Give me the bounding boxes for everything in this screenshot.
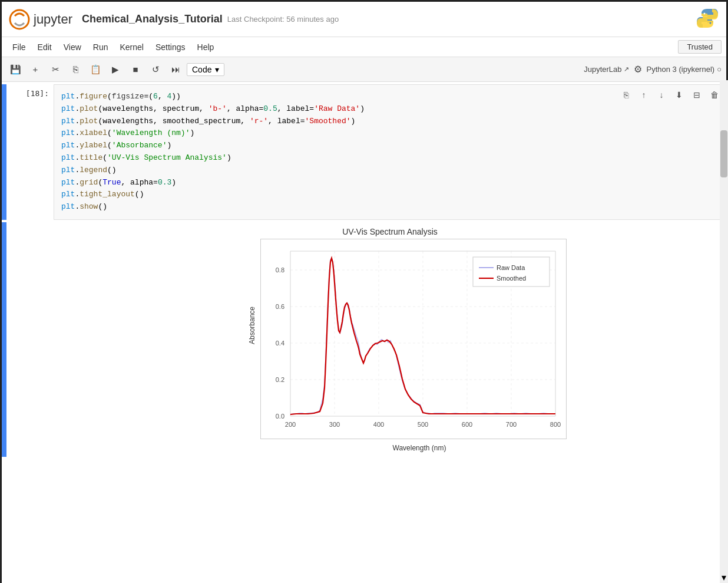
code-editor[interactable]: plt.figure(figsize=(6, 4)) plt.plot(wave… bbox=[54, 85, 726, 219]
cell-code-content[interactable]: ⎘ ↑ ↓ ⬇ ⊟ 🗑 plt.figure(figsize=(6, 4)) p… bbox=[54, 84, 726, 220]
scrollbar-down-arrow[interactable]: ▾ bbox=[720, 571, 727, 583]
chart-ylabel: Absorbance bbox=[248, 307, 256, 344]
restart-button[interactable]: ↺ bbox=[147, 61, 164, 78]
menu-bar: File Edit View Run Kernel Settings Help … bbox=[2, 37, 726, 57]
svg-point-1 bbox=[704, 12, 706, 14]
menu-run[interactable]: Run bbox=[87, 40, 114, 54]
svg-text:Smoothed: Smoothed bbox=[497, 275, 526, 282]
svg-point-2 bbox=[710, 22, 712, 24]
save-button[interactable]: 💾 bbox=[6, 61, 24, 78]
cell-move-up-button[interactable]: ↑ bbox=[636, 87, 651, 103]
svg-text:500: 500 bbox=[418, 421, 428, 428]
python-logo-icon bbox=[696, 6, 719, 30]
code-cell-18: [18]: ⎘ ↑ ↓ ⬇ ⊟ 🗑 plt.figure(figsize=(6,… bbox=[2, 82, 726, 222]
svg-text:0.8: 0.8 bbox=[276, 266, 284, 274]
add-cell-button[interactable]: + bbox=[27, 61, 44, 78]
menu-view[interactable]: View bbox=[58, 40, 87, 54]
kernel-status-icon: ○ bbox=[717, 65, 722, 74]
menu-kernel[interactable]: Kernel bbox=[114, 40, 149, 54]
paste-button[interactable]: 📋 bbox=[87, 61, 104, 78]
jupyter-logo-icon bbox=[9, 9, 30, 30]
cut-button[interactable]: ✂ bbox=[47, 61, 64, 78]
scrollbar-thumb[interactable] bbox=[720, 130, 727, 177]
jupyter-logo: jupyter bbox=[9, 9, 72, 30]
toolbar-right: JupyterLab ↗ ⚙ Python 3 (ipykernel) ○ bbox=[584, 64, 722, 75]
cell-format-button[interactable]: ⊟ bbox=[689, 87, 704, 103]
checkpoint-text: Last Checkpoint: 56 minutes ago bbox=[227, 15, 339, 24]
jupyterlab-label: JupyterLab bbox=[584, 65, 621, 74]
svg-text:200: 200 bbox=[285, 421, 296, 428]
svg-text:600: 600 bbox=[462, 421, 472, 428]
svg-rect-28 bbox=[473, 257, 550, 286]
top-bar: jupyter Chemical_Analysis_Tutorial Last … bbox=[2, 2, 726, 37]
python-logo-container bbox=[696, 6, 719, 32]
cell-move-down-button[interactable]: ↓ bbox=[654, 87, 669, 103]
svg-text:0.0: 0.0 bbox=[276, 413, 284, 420]
jupyter-brand-text: jupyter bbox=[34, 12, 72, 27]
cell-type-label: Code bbox=[192, 65, 211, 74]
svg-text:0.4: 0.4 bbox=[276, 340, 284, 347]
output-cell-18: UV-Vis Spectrum Analysis Absorbance bbox=[2, 222, 726, 457]
cell-toolbar: ⎘ ↑ ↓ ⬇ ⊟ 🗑 bbox=[618, 87, 722, 103]
cell-copy-button[interactable]: ⎘ bbox=[618, 87, 634, 103]
uv-vis-chart: 0.0 0.2 0.4 0.6 0.8 200 300 400 500 600 … bbox=[260, 239, 567, 439]
svg-text:700: 700 bbox=[506, 421, 517, 428]
menu-settings[interactable]: Settings bbox=[150, 40, 191, 54]
cell-prompt: [18]: bbox=[6, 84, 54, 98]
scrollbar-track[interactable]: ▾ bbox=[720, 80, 728, 583]
kernel-indicator: Python 3 (ipykernel) ○ bbox=[647, 65, 722, 74]
cell-active-indicator bbox=[2, 84, 6, 220]
svg-text:0.6: 0.6 bbox=[276, 303, 284, 310]
menu-edit[interactable]: Edit bbox=[32, 40, 58, 54]
output-active-indicator bbox=[2, 222, 6, 457]
jupyterlab-link[interactable]: JupyterLab ↗ bbox=[584, 65, 628, 74]
cell-row: [18]: ⎘ ↑ ↓ ⬇ ⊟ 🗑 plt.figure(figsize=(6,… bbox=[2, 84, 726, 220]
external-link-icon: ↗ bbox=[624, 65, 629, 73]
svg-text:800: 800 bbox=[550, 421, 561, 428]
run-button[interactable]: ▶ bbox=[107, 61, 124, 78]
toolbar: 💾 + ✂ ⎘ 📋 ▶ ■ ↺ ⏭ Code ▾ JupyterLab ↗ ⚙ … bbox=[2, 57, 726, 82]
cell-type-select[interactable]: Code ▾ bbox=[187, 63, 224, 76]
chart-wrapper: UV-Vis Spectrum Analysis Absorbance bbox=[201, 227, 578, 452]
notebook-title[interactable]: Chemical_Analysis_Tutorial bbox=[82, 13, 223, 25]
restart-run-button[interactable]: ⏭ bbox=[167, 61, 184, 78]
chart-title: UV-Vis Spectrum Analysis bbox=[201, 227, 578, 236]
kernel-name: Python 3 (ipykernel) bbox=[647, 65, 715, 74]
chart-xlabel: Wavelength (nm) bbox=[260, 444, 578, 452]
copy-button[interactable]: ⎘ bbox=[67, 61, 84, 78]
output-content: UV-Vis Spectrum Analysis Absorbance bbox=[54, 222, 726, 457]
svg-text:Raw Data: Raw Data bbox=[497, 264, 525, 271]
menu-file[interactable]: File bbox=[6, 40, 32, 54]
svg-text:300: 300 bbox=[329, 421, 340, 428]
menu-help[interactable]: Help bbox=[191, 40, 220, 54]
kernel-gear-icon[interactable]: ⚙ bbox=[634, 64, 642, 75]
svg-text:400: 400 bbox=[373, 421, 384, 428]
cell-add-below-button[interactable]: ⬇ bbox=[671, 87, 687, 103]
trusted-button[interactable]: Trusted bbox=[678, 40, 722, 54]
svg-text:0.2: 0.2 bbox=[276, 376, 284, 383]
interrupt-button[interactable]: ■ bbox=[127, 61, 144, 78]
notebook-body: [18]: ⎘ ↑ ↓ ⬇ ⊟ 🗑 plt.figure(figsize=(6,… bbox=[2, 82, 726, 583]
cell-type-chevron: ▾ bbox=[215, 65, 219, 74]
